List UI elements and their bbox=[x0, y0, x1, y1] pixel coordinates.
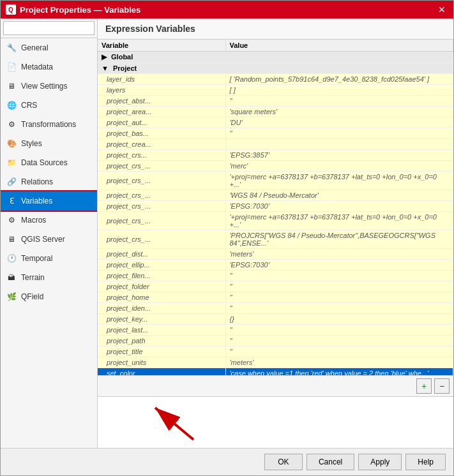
var-name: project_crs... bbox=[98, 150, 225, 161]
table-row[interactable]: project_crs_... 'EPSG:7030' bbox=[98, 201, 453, 212]
table-row[interactable]: project_crs_... 'merc' bbox=[98, 161, 453, 172]
sidebar-item-temporal[interactable]: 🕐Temporal bbox=[1, 249, 97, 268]
title-bar: Q Project Properties — Variables ✕ bbox=[1, 1, 453, 19]
var-name: project_last... bbox=[98, 325, 225, 336]
main-window: Q Project Properties — Variables ✕ 🔧Gene… bbox=[0, 0, 454, 476]
data-sources-icon: 📁 bbox=[6, 157, 17, 168]
var-value: 'PROJCRS["WGS 84 / Pseudo-Mercator",BASE… bbox=[225, 230, 453, 249]
table-row[interactable]: project_home '' bbox=[98, 292, 453, 303]
table-row[interactable]: project_ellip... 'EPSG:7030' bbox=[98, 260, 453, 271]
sidebar-item-view-settings[interactable]: 🖥View Settings bbox=[1, 77, 97, 96]
table-row[interactable]: ▶ Global bbox=[98, 52, 453, 63]
table-row[interactable]: project_dist... 'meters' bbox=[98, 249, 453, 260]
sidebar-label-qgis-server: QGIS Server bbox=[21, 235, 65, 244]
sidebar-label-metadata: Metadata bbox=[21, 63, 53, 71]
table-row[interactable]: project_crs_... '+proj=merc +a=6378137 +… bbox=[98, 212, 453, 230]
title-bar-left: Q Project Properties — Variables bbox=[6, 4, 140, 15]
var-name: project_home bbox=[98, 292, 225, 303]
temporal-icon: 🕐 bbox=[6, 253, 17, 264]
sidebar-item-macros[interactable]: ⚙Macros bbox=[1, 211, 97, 230]
sidebar-item-terrain[interactable]: 🏔Terrain bbox=[1, 268, 97, 287]
var-value: 'EPSG:3857' bbox=[225, 150, 453, 161]
table-container[interactable]: Variable Value ▶ Global ▼ Project layer_… bbox=[98, 40, 453, 376]
var-name: project_bas... bbox=[98, 128, 225, 139]
var-name: layer_ids bbox=[98, 74, 225, 85]
table-row[interactable]: project_area... 'square meters' bbox=[98, 107, 453, 117]
table-row[interactable]: ▼ Project bbox=[98, 63, 453, 74]
metadata-icon: 📄 bbox=[6, 61, 17, 73]
sidebar-item-data-sources[interactable]: 📁Data Sources bbox=[1, 153, 97, 172]
table-row[interactable]: project_last... '' bbox=[98, 325, 453, 336]
general-icon: 🔧 bbox=[6, 42, 17, 54]
qgis-server-icon: 🖥 bbox=[6, 234, 17, 245]
cancel-button[interactable]: Cancel bbox=[306, 454, 354, 470]
crs-icon: 🌐 bbox=[6, 100, 17, 111]
var-name: project_crs_... bbox=[98, 172, 225, 190]
sidebar-item-qfield[interactable]: 🌿QField bbox=[1, 287, 97, 306]
table-row[interactable]: project_crs_... 'PROJCRS["WGS 84 / Pseud… bbox=[98, 230, 453, 249]
var-name: project_filen... bbox=[98, 271, 225, 281]
sidebar-item-metadata[interactable]: 📄Metadata bbox=[1, 57, 97, 77]
table-row[interactable]: project_abst... '' bbox=[98, 96, 453, 107]
apply-button[interactable]: Apply bbox=[358, 454, 402, 470]
remove-variable-button[interactable]: − bbox=[434, 378, 450, 394]
ok-button[interactable]: OK bbox=[264, 454, 303, 470]
table-row[interactable]: project_path '' bbox=[98, 336, 453, 346]
sidebar-item-variables[interactable]: ƐVariables bbox=[1, 191, 97, 211]
var-name: project_aut... bbox=[98, 117, 225, 128]
sidebar-item-qgis-server[interactable]: 🖥QGIS Server bbox=[1, 230, 97, 249]
table-row[interactable]: project_title '' bbox=[98, 346, 453, 357]
var-name: project_title bbox=[98, 346, 225, 357]
var-value: '+proj=merc +a=6378137 +b=6378137 +lat_t… bbox=[225, 172, 453, 190]
var-name: project_crea... bbox=[98, 139, 225, 150]
var-name: project_crs_... bbox=[98, 161, 225, 172]
sidebar-item-styles[interactable]: 🎨Styles bbox=[1, 134, 97, 153]
table-row[interactable]: project_key... {} bbox=[98, 314, 453, 325]
table-row[interactable]: layers [ ] bbox=[98, 85, 453, 96]
app-icon: Q bbox=[6, 4, 16, 15]
table-row[interactable]: project_filen... '' bbox=[98, 271, 453, 281]
var-name: project_iden... bbox=[98, 303, 225, 314]
search-input[interactable] bbox=[3, 21, 95, 35]
table-row[interactable]: project_crs_... '+proj=merc +a=6378137 +… bbox=[98, 172, 453, 190]
var-name: project_area... bbox=[98, 107, 225, 117]
sidebar-item-transformations[interactable]: ⚙Transformations bbox=[1, 115, 97, 134]
table-row[interactable]: project_aut... 'DU' bbox=[98, 117, 453, 128]
table-row[interactable]: project_crs_... 'WGS 84 / Pseudo-Mercato… bbox=[98, 190, 453, 201]
right-panel: Expression Variables Variable Value ▶ Gl… bbox=[98, 19, 453, 448]
table-row[interactable]: project_folder '' bbox=[98, 281, 453, 292]
var-name: project_crs_... bbox=[98, 230, 225, 249]
table-row[interactable]: project_iden... '' bbox=[98, 303, 453, 314]
window-title: Project Properties — Variables bbox=[20, 5, 140, 15]
sidebar-item-relations[interactable]: 🔗Relations bbox=[1, 172, 97, 191]
svg-line-1 bbox=[155, 408, 193, 440]
table-row-selected[interactable]: set_color 'case when value =1 then 'red'… bbox=[98, 368, 453, 376]
sidebar-item-crs[interactable]: 🌐CRS bbox=[1, 96, 97, 115]
variables-table: Variable Value ▶ Global ▼ Project layer_… bbox=[98, 40, 453, 376]
var-name: project_crs_... bbox=[98, 212, 225, 230]
sidebar-label-relations: Relations bbox=[21, 177, 53, 186]
table-row[interactable]: project_bas... '' bbox=[98, 128, 453, 139]
table-row[interactable]: layer_ids [ 'Random_points_57b91c64_d9e7… bbox=[98, 74, 453, 85]
project-section-label: Project bbox=[113, 64, 137, 72]
table-body: ▶ Global ▼ Project layer_ids [ 'Random_p… bbox=[98, 52, 453, 376]
transformations-icon: ⚙ bbox=[6, 119, 17, 130]
table-row[interactable]: project_crea... bbox=[98, 139, 453, 150]
terrain-icon: 🏔 bbox=[6, 272, 17, 283]
relations-icon: 🔗 bbox=[6, 176, 17, 188]
var-name: project_units bbox=[98, 357, 225, 368]
qfield-icon: 🌿 bbox=[6, 291, 17, 302]
sidebar-items-container: 🔧General📄Metadata🖥View Settings🌐CRS⚙Tran… bbox=[1, 38, 97, 306]
table-row[interactable]: project_crs... 'EPSG:3857' bbox=[98, 150, 453, 161]
var-value: 'WGS 84 / Pseudo-Mercator' bbox=[225, 190, 453, 201]
add-variable-button[interactable]: + bbox=[416, 378, 432, 394]
sidebar-item-general[interactable]: 🔧General bbox=[1, 38, 97, 57]
close-button[interactable]: ✕ bbox=[435, 3, 448, 16]
col-value: Value bbox=[225, 40, 453, 52]
var-value: '' bbox=[225, 271, 453, 281]
help-button[interactable]: Help bbox=[405, 454, 446, 470]
table-row[interactable]: project_units 'meters' bbox=[98, 357, 453, 368]
sidebar-label-temporal: Temporal bbox=[21, 254, 52, 263]
global-section-label: Global bbox=[111, 53, 133, 61]
var-value: 'EPSG:7030' bbox=[225, 201, 453, 212]
